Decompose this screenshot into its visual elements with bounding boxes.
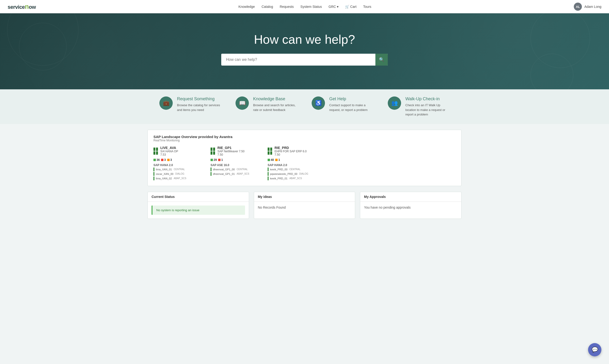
sap-badges-gp1: 29 1 <box>210 158 258 162</box>
badge-red-live: 3 <box>161 158 166 162</box>
badge-green-live: 36 <box>153 158 160 162</box>
current-status-card: Current Status No system is reporting an… <box>148 192 249 219</box>
sap-db-prd: SAP HANA 2.0 keeik_PRD_00 CENTRAL pqweew… <box>268 163 315 180</box>
cart-icon: 🛒 <box>345 5 349 9</box>
sap-bar-group-gp1 <box>210 148 215 155</box>
sap-bar-group-prd <box>268 148 272 155</box>
sap-sys-name-gp1[interactable]: RIE_GP1 <box>217 146 245 150</box>
sap-db-live: SAP HANA 2.0 lima_XAN_01 CENTRAL oscar_X… <box>153 163 201 180</box>
bottom-grid: Current Status No system is reporting an… <box>148 192 461 219</box>
my-ideas-card: My ideas No Records Found <box>254 192 355 219</box>
sap-landscape-card: SAP Landscape Overview provided by Avant… <box>148 130 461 186</box>
get-help-icon: ♿ <box>312 96 325 110</box>
sap-db-item: keeik_PRD_00 CENTRAL <box>268 168 315 171</box>
hero-section: How can we help? 🔍 <box>0 13 609 89</box>
badge-orange-prd: 1 <box>275 158 280 162</box>
sap-db-item: dheenvat_GP1_00 CENTRAL <box>210 168 258 171</box>
sap-sys-desc-gp1: SAP NetWeaver 7.50 <box>217 150 245 153</box>
nav-links: Knowledge Catalog Requests System Status… <box>238 5 371 9</box>
badge-green-prd: 40 <box>268 158 274 162</box>
qa-gethelp-title[interactable]: Get Help <box>329 96 374 102</box>
my-approvals-empty: You have no pending approvals <box>364 206 457 209</box>
walk-up-icon: 👥 <box>388 96 401 110</box>
qa-get-help: ♿ Get Help Contact support to make a req… <box>312 96 374 117</box>
knowledge-base-icon: 📖 <box>235 96 249 110</box>
search-bar: 🔍 <box>221 54 388 65</box>
sap-system-live-ava: LIVE_AVA S/4 HANA OP 7.53 36 3 <box>153 146 201 181</box>
sap-system-rie-gp1: RIE_GP1 SAP NetWeaver 7.50 7.50 29 1 <box>210 146 258 181</box>
sap-badges-prd: 40 1 <box>268 158 315 162</box>
sap-db-gp1: SAP ASE 16.0 dheenvat_GP1_00 CENTRAL dhe… <box>210 163 258 176</box>
logo-dot: n <box>25 3 29 10</box>
user-menu[interactable]: AL Adam Long <box>574 3 601 11</box>
qa-request-desc: Browse the catalog for services and item… <box>177 103 221 112</box>
sap-bar <box>153 151 155 155</box>
qa-request-something: 💼 Request Something Browse the catalog f… <box>159 96 221 117</box>
my-approvals-card: My Approvals You have no pending approva… <box>360 192 461 219</box>
sap-db-item: lima_XAN_01 CENTRAL <box>153 168 201 171</box>
sap-db-item: keeik_PRD_01 ABAP_SCS <box>268 177 315 180</box>
qa-walkup-title[interactable]: Walk-Up Check-in <box>405 96 450 102</box>
current-status-body: No system is reporting an issue <box>148 202 249 219</box>
sap-bar-group-live <box>153 148 158 155</box>
my-approvals-header: My Approvals <box>360 192 461 202</box>
logo-text: servicenow <box>8 3 36 10</box>
sap-bar <box>156 148 158 151</box>
nav-cart[interactable]: 🛒 Cart <box>345 5 356 9</box>
sap-sys-desc-live: S/4 HANA OP <box>160 150 178 153</box>
sap-systems: LIVE_AVA S/4 HANA OP 7.53 36 3 <box>153 146 456 181</box>
nav-catalog[interactable]: Catalog <box>262 5 273 9</box>
nav-requests[interactable]: Requests <box>280 5 294 9</box>
my-ideas-empty: No Records Found <box>258 206 351 209</box>
sap-db-item: dheenvat_GP1_01 ABAP_SCS <box>210 172 258 176</box>
qa-knowledge-base: 📖 Knowledge Base Browse and search for a… <box>235 96 297 117</box>
quick-actions: 💼 Request Something Browse the catalog f… <box>0 89 609 124</box>
sap-bar <box>156 151 158 155</box>
hero-title: How can we help? <box>254 32 355 47</box>
user-name: Adam Long <box>584 5 601 9</box>
status-message: No system is reporting an issue <box>152 206 245 215</box>
sap-sys-name-live[interactable]: LIVE_AVA <box>160 146 178 150</box>
search-input[interactable] <box>221 54 388 65</box>
sap-system-rie-prd: RIE_PRD EHP8 FOR SAP ERP 6.0 7.50 40 1 <box>268 146 315 181</box>
avatar: AL <box>574 3 582 11</box>
badge-red-gp1: 1 <box>218 158 223 162</box>
sap-sys-desc-prd: EHP8 FOR SAP ERP 6.0 <box>275 150 307 153</box>
qa-knowledge-title[interactable]: Knowledge Base <box>253 96 297 102</box>
sap-sys-version-gp1: 7.50 <box>217 153 245 156</box>
qa-walkup-desc: Check into an IT Walk Up location to mak… <box>405 103 450 117</box>
hero-deco-2 <box>19 23 67 70</box>
sap-bar <box>153 148 155 151</box>
navbar: servicenow Knowledge Catalog Requests Sy… <box>0 0 609 13</box>
request-something-icon: 💼 <box>159 96 173 110</box>
badge-orange-live: 3 <box>167 158 172 162</box>
sap-sys-version-live: 7.53 <box>160 153 178 156</box>
qa-knowledge-desc: Browse and search for articles, rate or … <box>253 103 297 112</box>
sap-title: SAP Landscape Overview provided by Avant… <box>153 135 456 139</box>
my-ideas-header: My ideas <box>254 192 355 202</box>
main-content: SAP Landscape Overview provided by Avant… <box>138 124 471 224</box>
sap-db-title-gp1: SAP ASE 16.0 <box>210 163 258 167</box>
qa-walk-up: 👥 Walk-Up Check-in Check into an IT Walk… <box>388 96 450 117</box>
sap-db-title-prd: SAP HANA 2.0 <box>268 163 315 167</box>
sap-subtitle: RealTime Monitoring <box>153 139 456 142</box>
sap-db-title-live: SAP HANA 2.0 <box>153 163 201 167</box>
nav-grc[interactable]: GRC ▾ <box>329 5 339 9</box>
nav-tours[interactable]: Tours <box>363 5 371 9</box>
badge-green-gp1: 29 <box>210 158 217 162</box>
current-status-header: Current Status <box>148 192 249 202</box>
qa-gethelp-desc: Contact support to make a request, or re… <box>329 103 374 112</box>
chevron-down-icon: ▾ <box>337 5 339 9</box>
sap-badges-live: 36 3 3 <box>153 158 201 162</box>
sap-sys-name-prd[interactable]: RIE_PRD <box>275 146 307 150</box>
my-approvals-body: You have no pending approvals <box>360 202 461 213</box>
my-ideas-body: No Records Found <box>254 202 355 213</box>
nav-knowledge[interactable]: Knowledge <box>238 5 255 9</box>
sap-db-item: lima_XAN_02 ABAP_SCS <box>153 177 201 180</box>
search-icon: 🔍 <box>379 57 384 62</box>
qa-request-title[interactable]: Request Something <box>177 96 221 102</box>
sap-sys-version-prd: 7.50 <box>275 153 307 156</box>
search-button[interactable]: 🔍 <box>375 54 388 65</box>
nav-system-status[interactable]: System Status <box>301 5 322 9</box>
logo[interactable]: servicenow <box>8 3 36 10</box>
